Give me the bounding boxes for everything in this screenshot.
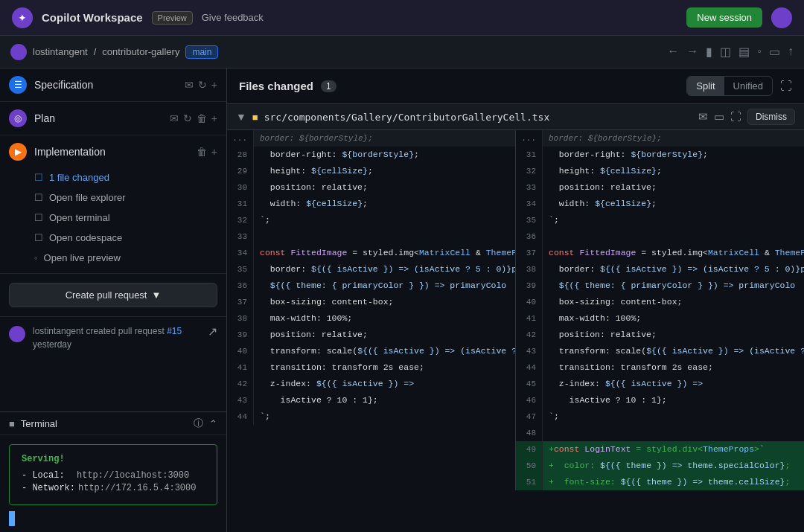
create-pr-button[interactable]: Create pull request ▼ xyxy=(9,283,217,307)
diff-line-right: 34 width: ${cellSize}; xyxy=(516,196,804,212)
file-expand-icon[interactable]: ⛶ xyxy=(730,110,741,124)
terminal-title: Terminal xyxy=(21,418,188,429)
file-copy-icon[interactable]: ▭ xyxy=(714,110,724,124)
split-unified-toggle: Split Unified xyxy=(686,76,773,96)
terminal-icon: ☐ xyxy=(34,212,43,223)
user-avatar[interactable] xyxy=(771,7,792,28)
expand-icon[interactable]: ⛶ xyxy=(780,80,792,93)
file-changed-icon: ☐ xyxy=(34,172,43,183)
upload-icon[interactable]: ↑ xyxy=(788,45,794,59)
breadcrumb-repo[interactable]: contributor-gallery xyxy=(102,46,179,57)
main-content: ☰ Specification ✉ ↻ + ◎ Plan ✉ ↻ 🗑 + xyxy=(0,68,804,532)
breadcrumb-branch[interactable]: main xyxy=(185,45,218,59)
terminal-cursor xyxy=(9,511,15,526)
folder-icon[interactable]: ▮ xyxy=(706,45,712,59)
spec-refresh-icon[interactable]: ↻ xyxy=(198,79,207,91)
bookmark-icon[interactable]: ▭ xyxy=(769,45,780,59)
open-terminal-label: Open terminal xyxy=(49,212,110,223)
pr-time: yesterday xyxy=(33,339,71,350)
file-viewer: ▼ ■ src/components/Gallery/ContributorGa… xyxy=(227,104,804,532)
file-comment-icon[interactable]: ✉ xyxy=(698,110,708,124)
app-title: Copilot Workspace xyxy=(42,11,143,24)
folder-open-icon: ☐ xyxy=(34,192,43,203)
dismiss-button[interactable]: Dismiss xyxy=(747,109,795,125)
plan-comment-icon[interactable]: ✉ xyxy=(170,112,179,124)
files-count-badge: 1 xyxy=(321,80,336,92)
implementation-subitems: ☐ 1 file changed ☐ Open file explorer ☐ … xyxy=(0,168,226,273)
back-icon[interactable]: ← xyxy=(667,45,679,59)
diff-line: 29 height: ${cellSize}; xyxy=(227,163,515,179)
terminal-local-line: - Local: http://localhost:3000 xyxy=(22,470,205,481)
terminal-network-line: - Network: http://172.16.5.4:3000 xyxy=(22,483,205,493)
diff-pane-left: ... border: ${borderStyle}; 28 border-ri… xyxy=(227,130,516,490)
diff-line: 36 ${({ theme: { primaryColor } }) => pr… xyxy=(227,278,515,294)
file-collapse-icon[interactable]: ▼ xyxy=(236,111,246,123)
diff-line: 41 transition: transform 2s ease; xyxy=(227,359,515,376)
plan-add-icon[interactable]: + xyxy=(211,112,217,124)
forward-icon[interactable]: → xyxy=(686,45,698,59)
pr-avatar xyxy=(9,326,25,342)
share-icon[interactable]: ▤ xyxy=(738,45,750,59)
diff-line-right: 38 border: ${({ isActive }) => (isActive… xyxy=(516,261,804,278)
diff-line-right: 37 const FittedImage = styled.img<Matrix… xyxy=(516,245,804,261)
implementation-actions: 🗑 + xyxy=(197,146,217,158)
terminal-body: Serving! - Local: http://localhost:3000 … xyxy=(0,435,226,532)
file-changed-item[interactable]: ☐ 1 file changed xyxy=(34,168,217,187)
breadcrumb-bar: lostintangent / contributor-gallery main… xyxy=(0,36,804,68)
diff-line: 30 position: relative; xyxy=(227,179,515,196)
create-pr-section: Create pull request ▼ xyxy=(0,274,226,316)
pr-text-prefix: lostintangent created pull request xyxy=(33,326,165,336)
split-icon[interactable]: ◫ xyxy=(720,45,731,59)
diff-line-right: 43 transform: scale(${({ isActive }) => … xyxy=(516,343,804,359)
impl-add-icon[interactable]: + xyxy=(211,146,217,158)
terminal-section: ■ Terminal ⓘ ⌃ Serving! - Local: http://… xyxy=(0,411,226,532)
diff-line-right: 45 z-index: ${({ isActive }) => xyxy=(516,376,804,392)
unified-view-button[interactable]: Unified xyxy=(724,77,772,95)
open-file-explorer-label: Open file explorer xyxy=(49,192,126,203)
specification-section: ☰ Specification ✉ ↻ + xyxy=(0,68,226,102)
pr-external-link-icon[interactable]: ↗ xyxy=(208,324,217,339)
sidebar-item-specification[interactable]: ☰ Specification ✉ ↻ + xyxy=(0,68,226,101)
new-session-button[interactable]: New session xyxy=(686,7,762,28)
plan-delete-icon[interactable]: 🗑 xyxy=(197,112,207,124)
file-bar: ▼ ■ src/components/Gallery/ContributorGa… xyxy=(227,104,804,130)
specification-actions: ✉ ↻ + xyxy=(185,79,217,91)
diff-view: ... border: ${borderStyle}; 28 border-ri… xyxy=(227,130,804,490)
terminal-header[interactable]: ■ Terminal ⓘ ⌃ xyxy=(0,412,226,435)
plan-refresh-icon[interactable]: ↻ xyxy=(183,112,192,124)
open-terminal-item[interactable]: ☐ Open terminal xyxy=(34,208,217,227)
pr-link[interactable]: #15 xyxy=(167,326,182,336)
diff-line-right: 40 box-sizing: content-box; xyxy=(516,294,804,310)
terminal-network-val: http://172.16.5.4:3000 xyxy=(78,483,196,493)
terminal-info-icon[interactable]: ⓘ xyxy=(194,417,203,430)
breadcrumb-user[interactable]: lostintangent xyxy=(33,46,88,57)
give-feedback-link[interactable]: Give feedback xyxy=(202,12,264,23)
open-file-explorer-item[interactable]: ☐ Open file explorer xyxy=(34,188,217,207)
terminal-collapse-icon[interactable]: ⌃ xyxy=(209,418,217,429)
implementation-icon: ▶ xyxy=(9,143,27,161)
terminal-local-val: http://localhost:3000 xyxy=(77,470,189,481)
pr-text: lostintangent created pull request #15 y… xyxy=(33,324,200,351)
diff-line-add: 50 + color: ${({ theme }) => theme.speci… xyxy=(516,458,804,474)
sidebar-item-implementation[interactable]: ▶ Implementation 🗑 + xyxy=(0,135,226,168)
spec-comment-icon[interactable]: ✉ xyxy=(185,79,194,91)
diff-line-right: 36 xyxy=(516,228,804,245)
pr-item: lostintangent created pull request #15 y… xyxy=(0,316,226,359)
sidebar-item-plan[interactable]: ◎ Plan ✉ ↻ 🗑 + xyxy=(0,102,226,135)
open-live-preview-item[interactable]: ◦ Open live preview xyxy=(34,249,217,267)
specification-label: Specification xyxy=(34,79,177,91)
files-header: Files changed 1 Split Unified ⛶ xyxy=(227,68,804,104)
diff-truncated-left: ... border: ${borderStyle}; xyxy=(227,130,515,147)
spec-add-icon[interactable]: + xyxy=(211,79,217,91)
plan-actions: ✉ ↻ 🗑 + xyxy=(170,112,217,124)
globe-icon[interactable]: ◦ xyxy=(757,45,762,59)
open-codespace-item[interactable]: ☐ Open codespace xyxy=(34,228,217,247)
live-preview-icon: ◦ xyxy=(34,252,38,263)
files-title: Files changed xyxy=(239,80,313,92)
split-view-button[interactable]: Split xyxy=(687,77,724,95)
open-live-preview-label: Open live preview xyxy=(44,252,121,263)
file-type-icon: ■ xyxy=(252,112,258,123)
impl-delete-icon[interactable]: 🗑 xyxy=(197,146,207,158)
terminal-box: Serving! - Local: http://localhost:3000 … xyxy=(9,444,217,505)
diff-line-right: 41 max-width: 100%; xyxy=(516,310,804,327)
